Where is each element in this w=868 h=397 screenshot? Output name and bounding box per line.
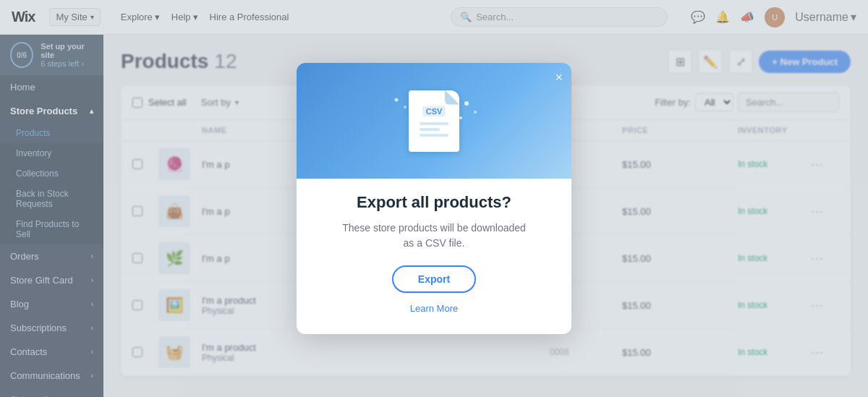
- svg-point-1: [474, 111, 477, 114]
- svg-point-2: [459, 116, 462, 119]
- csv-label: CSV: [422, 106, 446, 116]
- svg-point-0: [464, 101, 469, 106]
- modal-overlay: × CSV: [0, 0, 868, 397]
- csv-line: [420, 128, 440, 131]
- modal-header-band: × CSV: [297, 63, 571, 179]
- csv-lines: [420, 122, 448, 137]
- export-button[interactable]: Export: [392, 265, 476, 293]
- svg-point-3: [395, 98, 399, 101]
- svg-point-4: [404, 106, 407, 108]
- learn-more-link[interactable]: Learn More: [318, 303, 550, 314]
- csv-line: [420, 134, 448, 137]
- sparkle-decoration-left: [391, 94, 412, 116]
- modal-close-button[interactable]: ×: [555, 70, 563, 85]
- sparkle-decoration: [452, 98, 481, 127]
- modal-body: Export all products? These store product…: [297, 179, 571, 334]
- export-modal: × CSV: [297, 63, 571, 334]
- modal-title: Export all products?: [318, 193, 550, 212]
- modal-description: These store products will be downloadeda…: [318, 221, 550, 251]
- csv-line: [420, 122, 448, 125]
- csv-icon-wrapper: CSV: [409, 90, 459, 152]
